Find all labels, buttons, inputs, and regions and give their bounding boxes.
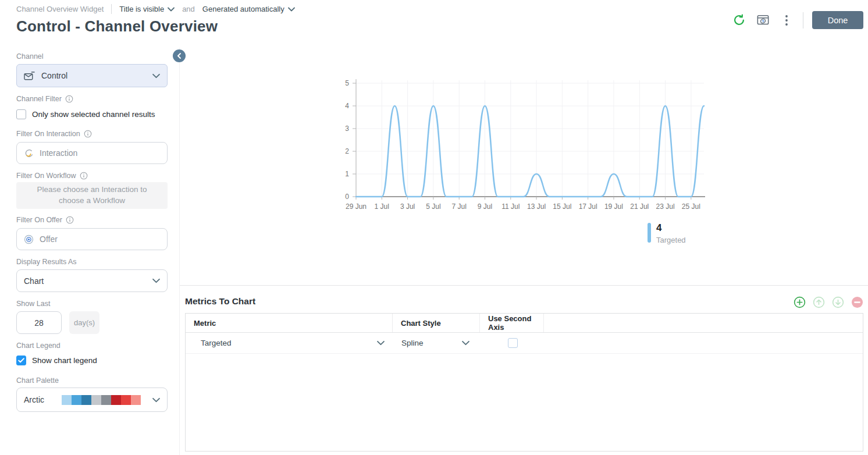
refresh-button[interactable] — [731, 13, 746, 28]
metric-select[interactable]: Targeted — [186, 333, 393, 353]
display-results-as-value: Chart — [24, 276, 147, 286]
channel-filter-checkbox[interactable] — [16, 109, 26, 119]
info-icon — [80, 172, 88, 180]
channel-value: Control — [41, 71, 147, 80]
show-last-unit: day(s) — [69, 311, 99, 334]
chart-palette-value: Arctic — [24, 395, 44, 404]
sidebar-divider — [179, 48, 180, 455]
palette-swatch — [62, 395, 72, 405]
show-last-input[interactable]: 28 — [16, 311, 62, 334]
svg-text:29 Jun: 29 Jun — [346, 202, 367, 211]
channel-overview-widget-editor: Channel Overview Widget Title is visible… — [0, 0, 868, 455]
arrow-up-circle-icon — [813, 296, 825, 308]
move-metric-up-button[interactable] — [812, 296, 825, 308]
arrow-down-circle-icon — [832, 296, 844, 308]
breadcrumb-row: Channel Overview Widget Title is visible… — [16, 4, 295, 14]
chart-legend[interactable]: 4 Targeted — [648, 223, 686, 244]
metrics-section-title: Metrics To Chart — [185, 296, 255, 307]
svg-text:25 Jul: 25 Jul — [682, 202, 700, 211]
filter-on-interaction-label: Filter On Interaction — [16, 130, 92, 138]
svg-text:7 Jul: 7 Jul — [452, 202, 467, 211]
divider — [803, 12, 803, 29]
svg-text:3 Jul: 3 Jul — [400, 202, 415, 211]
chevron-down-icon — [152, 278, 160, 283]
check-icon — [18, 358, 24, 363]
svg-text:1: 1 — [345, 170, 349, 178]
legend-value: 4 — [656, 223, 686, 234]
chevron-down-icon — [168, 7, 175, 12]
svg-text:23 Jul: 23 Jul — [656, 202, 675, 211]
interaction-icon — [24, 148, 34, 158]
refresh-icon — [732, 13, 746, 27]
svg-text:21 Jul: 21 Jul — [630, 202, 649, 211]
channel-filter-label: Channel Filter — [16, 95, 73, 103]
metrics-actions — [793, 296, 863, 308]
palette-swatch — [101, 395, 111, 405]
interaction-placeholder: Interaction — [40, 148, 160, 158]
plus-circle-icon — [794, 296, 806, 308]
metric-row: Targeted Spline — [186, 333, 863, 354]
remove-metric-button[interactable] — [851, 296, 863, 308]
chart-style-value: Spline — [401, 339, 424, 347]
display-results-as-label: Display Results As — [16, 258, 77, 266]
chart-legend-checkbox-row[interactable]: Show chart legend — [16, 356, 97, 365]
show-last-label: Show Last — [16, 300, 50, 308]
offer-input[interactable]: Offer — [16, 228, 168, 250]
palette-swatch — [111, 395, 121, 405]
title-visibility-value: Title is visible — [119, 5, 164, 13]
minus-circle-icon — [851, 296, 863, 308]
chart-palette-select[interactable]: Arctic — [16, 388, 168, 412]
column-header-use-second-axis: Use Second Axis — [480, 314, 544, 332]
palette-swatch — [81, 395, 91, 405]
title-visibility-dropdown[interactable]: Title is visible — [119, 5, 175, 13]
svg-text:17 Jul: 17 Jul — [579, 202, 597, 211]
palette-swatch — [91, 395, 101, 405]
conjunction-label: and — [182, 5, 195, 13]
interaction-input[interactable]: Interaction — [16, 142, 168, 164]
svg-text:15 Jul: 15 Jul — [553, 202, 571, 211]
info-icon — [66, 216, 74, 224]
svg-text:11 Jul: 11 Jul — [501, 202, 520, 211]
legend-series-label: Targeted — [656, 236, 686, 244]
column-header-chart-style: Chart Style — [393, 314, 480, 332]
workflow-disabled-box: Please choose an Interaction to choose a… — [16, 182, 168, 209]
metrics-table-header: Metric Chart Style Use Second Axis — [186, 314, 863, 333]
palette-swatches — [62, 395, 147, 405]
widget-refresh-icon — [756, 13, 770, 27]
svg-text:4: 4 — [345, 102, 349, 110]
chart-legend-label: Chart Legend — [16, 342, 61, 350]
chevron-down-icon — [288, 7, 295, 12]
kebab-menu-icon — [781, 14, 792, 27]
svg-text:5: 5 — [345, 79, 349, 87]
metrics-table: Metric Chart Style Use Second Axis Targe… — [185, 313, 863, 452]
chart-legend-checkbox-label: Show chart legend — [32, 356, 97, 365]
palette-swatch — [121, 395, 131, 405]
svg-text:19 Jul: 19 Jul — [604, 202, 623, 211]
widget-auto-refresh-button[interactable] — [755, 13, 770, 28]
generation-mode-dropdown[interactable]: Generated automatically — [202, 5, 295, 13]
channel-filter-checkbox-row[interactable]: Only show selected channel results — [16, 109, 155, 119]
filter-on-workflow-label: Filter On Workflow — [16, 172, 88, 180]
channel-select[interactable]: Control — [16, 64, 168, 87]
svg-text:5 Jul: 5 Jul — [426, 202, 440, 211]
svg-text:13 Jul: 13 Jul — [527, 202, 546, 211]
display-results-as-select[interactable]: Chart — [16, 269, 168, 292]
section-divider — [180, 285, 868, 286]
use-second-axis-checkbox[interactable] — [508, 338, 518, 348]
chart-legend-checkbox[interactable] — [16, 356, 26, 365]
chevron-down-icon — [152, 73, 160, 79]
top-actions: Done — [731, 11, 863, 29]
channel-label: Channel — [16, 52, 44, 61]
offer-target-icon — [24, 234, 34, 244]
sidebar-collapse-button[interactable] — [173, 49, 186, 62]
chevron-left-icon — [176, 52, 182, 59]
svg-text:2: 2 — [345, 147, 349, 155]
more-options-button[interactable] — [779, 13, 794, 28]
chart-style-select[interactable]: Spline — [393, 333, 480, 353]
move-metric-down-button[interactable] — [831, 296, 844, 308]
column-header-metric: Metric — [186, 314, 393, 332]
chart-palette-label: Chart Palette — [16, 376, 59, 385]
done-button[interactable]: Done — [812, 11, 863, 29]
add-metric-button[interactable] — [793, 296, 806, 308]
offer-placeholder: Offer — [40, 234, 160, 244]
